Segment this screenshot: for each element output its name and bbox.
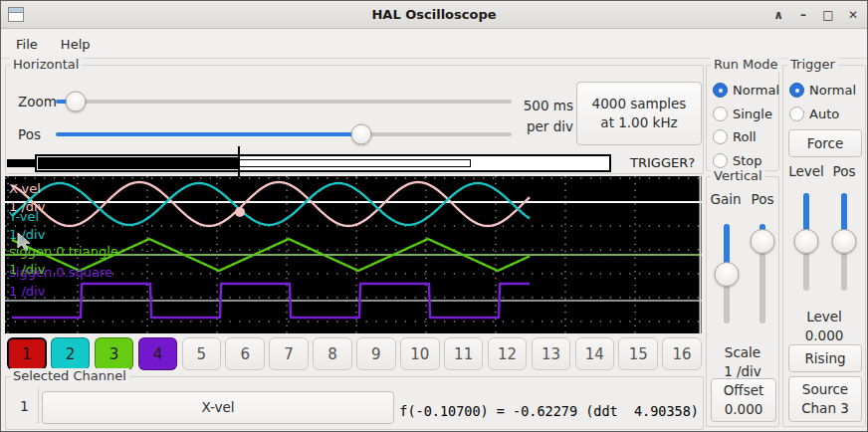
record-view-window bbox=[238, 159, 471, 167]
zoom-slider-handle[interactable] bbox=[65, 92, 86, 112]
zoom-slider-label: Zoom bbox=[18, 94, 57, 109]
gain-slider-handle[interactable] bbox=[715, 262, 740, 287]
vertical-pos-slider-label: Pos bbox=[744, 191, 781, 207]
radio-stop[interactable]: Stop bbox=[713, 153, 779, 168]
selected-channel-number: 1 bbox=[20, 398, 29, 414]
radio-single[interactable]: Single bbox=[713, 107, 779, 121]
trigger-group: Trigger NormalAuto Force Level Pos Level… bbox=[782, 65, 866, 427]
edge-button[interactable]: Rising bbox=[788, 344, 862, 372]
horizontal-group-label: Horizontal bbox=[10, 57, 82, 72]
horizontal-pos-slider[interactable] bbox=[56, 123, 512, 145]
channel-button-4[interactable]: 4 bbox=[138, 337, 178, 370]
channel-button-8[interactable]: 8 bbox=[313, 337, 352, 370]
radio-normal[interactable]: Normal bbox=[789, 83, 856, 98]
trigger-level-caption: Level bbox=[783, 309, 865, 324]
menu-file[interactable]: File bbox=[7, 35, 47, 54]
zoom-slider-track[interactable] bbox=[56, 100, 512, 104]
channel-row: 12345678910111213141516 bbox=[5, 337, 704, 371]
gain-slider[interactable] bbox=[714, 212, 740, 335]
trigger-pos-slider[interactable] bbox=[831, 181, 857, 303]
close-button[interactable]: ✕ bbox=[845, 7, 861, 23]
radio-dot[interactable] bbox=[713, 153, 728, 168]
pos-slider-label: Pos bbox=[18, 126, 41, 142]
separator bbox=[38, 387, 39, 424]
maximize-button[interactable]: □ bbox=[820, 7, 836, 23]
channel-button-14[interactable]: 14 bbox=[575, 337, 615, 370]
menubar: File Help bbox=[1, 30, 867, 59]
scale-value: 1 /div bbox=[707, 363, 778, 379]
trigger-level-slider-handle[interactable] bbox=[794, 229, 819, 254]
radio-dot[interactable] bbox=[713, 83, 728, 98]
radio-roll[interactable]: Roll bbox=[713, 129, 779, 144]
trigger-pos-slider-label: Pos bbox=[825, 163, 863, 179]
trigger-level-slider-label: Level bbox=[785, 163, 827, 179]
trigger-status-label: TRIGGER? bbox=[630, 155, 695, 170]
channel-button-7[interactable]: 7 bbox=[269, 337, 309, 370]
radio-dot[interactable] bbox=[713, 129, 728, 144]
trigger-level-value: 0.000 bbox=[783, 327, 865, 343]
channel-button-15[interactable]: 15 bbox=[618, 337, 658, 370]
trigger-pos-slider-handle[interactable] bbox=[832, 229, 857, 254]
channel-button-9[interactable]: 9 bbox=[356, 337, 396, 370]
record-position-bar[interactable] bbox=[7, 150, 704, 176]
radio-dot[interactable] bbox=[789, 107, 804, 121]
channel-button-13[interactable]: 13 bbox=[532, 337, 571, 370]
vertical-pos-slider-handle[interactable] bbox=[751, 229, 775, 254]
trigger-level-slider[interactable] bbox=[793, 181, 819, 303]
shade-button[interactable]: ∧ bbox=[770, 7, 786, 23]
radio-auto[interactable]: Auto bbox=[789, 107, 856, 121]
samples-button[interactable]: 4000 samples at 1.00 kHz bbox=[576, 82, 702, 145]
channel-value-readout: f(-0.10700) = -0.62279 (ddt 4.90358) bbox=[399, 397, 699, 425]
channel-button-5[interactable]: 5 bbox=[182, 337, 222, 370]
force-button[interactable]: Force bbox=[788, 129, 862, 157]
trigger-position-marker bbox=[238, 146, 240, 179]
record-extent-bar bbox=[35, 154, 611, 172]
record-filled-bar bbox=[38, 157, 239, 169]
channel-button-2[interactable]: 2 bbox=[51, 337, 91, 370]
scope-label: Y-vel bbox=[9, 210, 39, 224]
vertical-group: Vertical Gain Pos Scale 1 /div Offset 0.… bbox=[706, 176, 779, 427]
gain-slider-label: Gain bbox=[707, 191, 745, 207]
app-window: HAL Oscilloscope ∧ – □ ✕ File Help Horiz… bbox=[0, 0, 868, 432]
run-mode-group-label: Run Mode bbox=[711, 57, 780, 72]
vertical-group-label: Vertical bbox=[711, 168, 765, 183]
record-left-stub bbox=[7, 159, 35, 167]
titlebar[interactable]: HAL Oscilloscope ∧ – □ ✕ bbox=[1, 1, 867, 29]
run-mode-group: Run Mode NormalSingleRollStop bbox=[706, 65, 779, 171]
scale-caption: Scale bbox=[707, 344, 778, 360]
window-title: HAL Oscilloscope bbox=[1, 1, 867, 29]
scope-label: 1 /div bbox=[9, 228, 45, 242]
channel-button-3[interactable]: 3 bbox=[95, 337, 134, 370]
channel-button-1[interactable]: 1 bbox=[7, 337, 47, 370]
pos-slider-handle[interactable] bbox=[351, 124, 372, 145]
zoom-slider[interactable] bbox=[56, 91, 512, 112]
selected-channel-group: Selected Channel 1 X-vel f(-0.10700) = -… bbox=[5, 376, 704, 430]
selected-channel-group-label: Selected Channel bbox=[10, 368, 129, 383]
channel-button-11[interactable]: 11 bbox=[444, 337, 484, 370]
minimize-button[interactable]: – bbox=[795, 7, 811, 23]
vertical-pos-slider[interactable] bbox=[750, 212, 775, 335]
trigger-group-label: Trigger bbox=[787, 57, 838, 72]
channel-source-button[interactable]: X-vel bbox=[42, 391, 394, 424]
offset-button[interactable]: Offset 0.000 bbox=[711, 378, 776, 422]
channel-button-12[interactable]: 12 bbox=[488, 337, 528, 370]
scope-label: X-vel bbox=[9, 182, 41, 196]
menu-help[interactable]: Help bbox=[52, 35, 100, 54]
scope-label: 1 /div bbox=[9, 263, 45, 277]
channel-button-6[interactable]: 6 bbox=[225, 337, 265, 370]
scope-display[interactable]: X-vel1 /divY-vel1 /divsiggen.0.triangles… bbox=[5, 176, 702, 333]
channel-button-16[interactable]: 16 bbox=[662, 337, 702, 370]
channel-button-10[interactable]: 10 bbox=[400, 337, 440, 370]
scope-label: siggen.0.triangle bbox=[9, 245, 118, 259]
timebase-readout: 500 ms per div bbox=[494, 96, 573, 137]
pos-slider-fill bbox=[56, 132, 361, 136]
scope-label: 1 /div bbox=[9, 285, 45, 299]
horizontal-group: Horizontal Zoom Pos 500 ms per div 4000 … bbox=[5, 65, 704, 174]
trigger-source-button[interactable]: Source Chan 3 bbox=[788, 376, 862, 422]
radio-normal[interactable]: Normal bbox=[713, 83, 779, 98]
radio-dot[interactable] bbox=[789, 83, 804, 98]
radio-dot[interactable] bbox=[713, 107, 728, 121]
